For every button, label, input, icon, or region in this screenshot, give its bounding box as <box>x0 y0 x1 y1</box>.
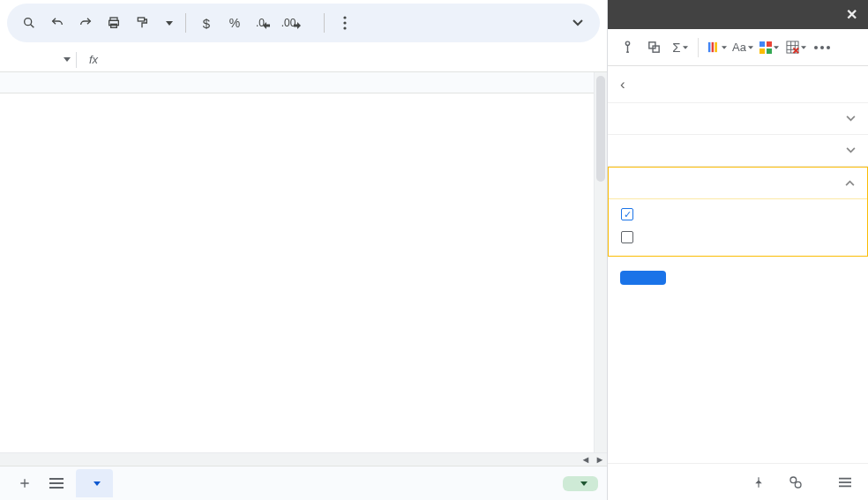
checkbox-icon <box>621 231 633 243</box>
increase-decimal-button[interactable]: .00 <box>278 10 304 36</box>
help-icon[interactable] <box>783 470 808 495</box>
run-button[interactable] <box>620 271 666 285</box>
svg-rect-21 <box>767 41 772 47</box>
power-tools-sidebar: ✕ Σ Aa ‹ <box>607 0 868 500</box>
checkbox-icon: ✓ <box>621 208 633 220</box>
svg-rect-23 <box>767 49 772 54</box>
sheet-tab-active[interactable] <box>76 469 113 497</box>
collapse-toolbar-button[interactable] <box>565 10 591 36</box>
quicksum-pill[interactable] <box>563 476 598 491</box>
case-tools-icon[interactable]: Aa <box>730 35 755 60</box>
svg-rect-38 <box>839 485 851 487</box>
svg-rect-11 <box>49 487 64 489</box>
footer-menu-icon[interactable] <box>833 470 857 495</box>
section-clear-cells[interactable] <box>608 103 868 135</box>
svg-point-8 <box>343 26 346 29</box>
svg-line-1 <box>31 25 34 28</box>
fx-icon: fx <box>89 53 98 66</box>
sidebar-toolbar: Σ Aa <box>608 29 868 66</box>
svg-rect-20 <box>760 41 765 47</box>
svg-rect-9 <box>49 478 64 480</box>
svg-rect-37 <box>839 481 851 483</box>
sigma-icon[interactable]: Σ <box>668 35 692 60</box>
undo-button[interactable] <box>44 10 71 36</box>
currency-format-button[interactable]: $ <box>193 10 220 36</box>
formula-bar: fx <box>0 48 607 72</box>
toolbar-separator <box>185 13 186 33</box>
svg-rect-17 <box>707 42 710 52</box>
decrease-decimal-button[interactable]: .0 <box>250 10 276 36</box>
svg-rect-36 <box>839 477 851 479</box>
back-button[interactable]: ‹ <box>620 76 625 93</box>
print-button[interactable] <box>101 10 127 36</box>
grid-tools-icon[interactable] <box>757 35 782 60</box>
spreadsheet-grid[interactable]: ◄ ► <box>0 72 607 466</box>
svg-point-6 <box>343 16 346 19</box>
svg-point-7 <box>343 21 346 24</box>
svg-point-34 <box>790 477 797 483</box>
smart-toolbar-icon[interactable] <box>615 35 640 60</box>
svg-rect-10 <box>49 482 64 484</box>
svg-point-12 <box>625 41 629 45</box>
all-sheets-button[interactable] <box>41 470 72 496</box>
svg-point-31 <box>814 46 818 49</box>
sidebar-footer <box>608 463 868 500</box>
main-toolbar: $ % .0 .00 <box>7 4 600 42</box>
more-toolbar-button[interactable] <box>332 10 358 36</box>
redo-button[interactable] <box>72 10 99 36</box>
section-remove-blanks: ✓ <box>608 167 868 257</box>
svg-point-0 <box>25 19 32 26</box>
svg-point-32 <box>820 46 824 49</box>
scroll-left-button[interactable]: ◄ <box>579 454 593 465</box>
pin-icon[interactable] <box>746 470 771 495</box>
svg-rect-5 <box>138 18 144 21</box>
clear-tools-icon[interactable] <box>783 35 808 60</box>
sheet-tab-bar <box>0 466 607 500</box>
text-tools-icon[interactable] <box>704 35 729 60</box>
option-shift-left[interactable] <box>621 231 855 243</box>
svg-point-35 <box>795 481 801 488</box>
option-shift-up[interactable]: ✓ <box>621 208 855 220</box>
name-box[interactable] <box>7 57 76 62</box>
sidebar-title-bar: ✕ <box>608 0 868 29</box>
paint-format-button[interactable] <box>129 10 155 36</box>
add-sheet-button[interactable] <box>9 470 41 496</box>
close-sidebar-button[interactable]: ✕ <box>846 6 857 23</box>
section-remove-empty[interactable] <box>608 135 868 167</box>
svg-rect-22 <box>760 49 765 54</box>
vertical-scrollbar[interactable] <box>594 72 607 466</box>
dedupe-icon[interactable] <box>641 35 666 60</box>
toolbar-separator <box>324 13 325 33</box>
svg-rect-19 <box>715 42 717 52</box>
more-tools-icon[interactable] <box>810 35 834 60</box>
percent-format-button[interactable]: % <box>221 10 248 36</box>
sidebar-heading: ‹ <box>608 66 868 103</box>
section-remove-blanks-header[interactable] <box>609 168 867 199</box>
zoom-dropdown[interactable] <box>157 21 178 26</box>
search-menus-icon[interactable] <box>16 10 42 36</box>
svg-point-33 <box>827 46 830 49</box>
scroll-right-button[interactable]: ► <box>593 454 607 465</box>
horizontal-scrollbar[interactable]: ◄ ► <box>0 452 607 466</box>
svg-rect-18 <box>711 42 714 52</box>
